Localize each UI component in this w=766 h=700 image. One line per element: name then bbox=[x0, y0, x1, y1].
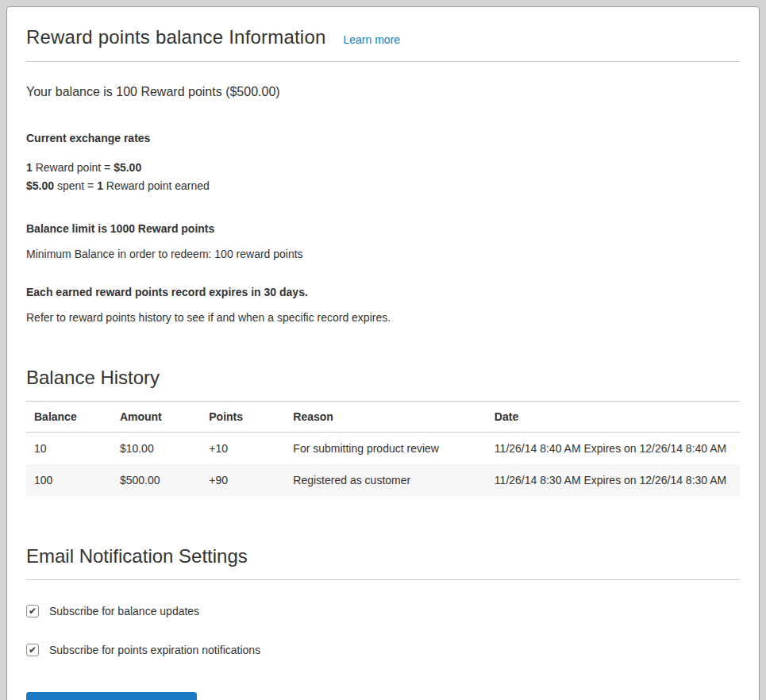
rate1-mid: Reward point = bbox=[33, 161, 114, 174]
email-notification-heading: Email Notification Settings bbox=[26, 545, 740, 580]
column-header-balance: Balance bbox=[26, 402, 112, 433]
learn-more-link[interactable]: Learn more bbox=[343, 33, 400, 46]
column-header-amount: Amount bbox=[112, 402, 201, 433]
cell-points: +10 bbox=[201, 433, 285, 465]
minimum-balance-text: Minimum Balance in order to redeem: 100 … bbox=[26, 248, 740, 260]
page-title: Reward points balance Information bbox=[26, 26, 325, 48]
cell-balance: 10 bbox=[26, 433, 112, 465]
points-expiration-label[interactable]: Subscribe for points expiration notifica… bbox=[49, 644, 260, 656]
cell-date: 11/26/14 8:40 AM Expires on 12/26/14 8:4… bbox=[487, 433, 740, 465]
page-header: Reward points balance Information Learn … bbox=[26, 18, 740, 62]
exchange-rates-text: 1 Reward point = $5.00 $5.00 spent = 1 R… bbox=[26, 159, 740, 195]
points-expiration-option: ✔ Subscribe for points expiration notifi… bbox=[26, 644, 740, 656]
expiry-note-text: Refer to reward points history to see if… bbox=[26, 311, 740, 324]
rate1-amount: $5.00 bbox=[114, 161, 141, 174]
column-header-date: Date bbox=[487, 402, 740, 433]
balance-updates-option: ✔ Subscribe for balance updates bbox=[26, 605, 740, 617]
cell-balance: 100 bbox=[26, 464, 112, 496]
rate2-end: Reward point earned bbox=[103, 179, 210, 192]
balance-history-table: Balance Amount Points Reason Date 10 $10… bbox=[26, 402, 740, 496]
column-header-points: Points bbox=[201, 402, 285, 433]
points-expiration-checkbox[interactable]: ✔ bbox=[26, 644, 39, 656]
cell-reason: For submitting product review bbox=[285, 433, 487, 465]
balance-updates-label[interactable]: Subscribe for balance updates bbox=[49, 605, 199, 617]
rate2-points: 1 bbox=[97, 179, 103, 192]
column-header-reason: Reason bbox=[285, 402, 487, 433]
table-row: 100 $500.00 +90 Registered as customer 1… bbox=[26, 464, 740, 496]
cell-amount: $500.00 bbox=[112, 464, 201, 496]
balance-limit-text: Balance limit is 1000 Reward points bbox=[26, 222, 740, 235]
table-row: 10 $10.00 +10 For submitting product rev… bbox=[26, 433, 740, 465]
cell-reason: Registered as customer bbox=[285, 464, 487, 496]
save-subscription-settings-button[interactable]: Save Subscription Settings bbox=[26, 692, 197, 700]
exchange-rates-heading: Current exchange rates bbox=[26, 132, 740, 144]
balance-history-section: Balance History Balance Amount Points Re… bbox=[26, 367, 740, 496]
rate-line2: $5.00 spent = 1 Reward point earned bbox=[26, 179, 210, 192]
balance-history-heading: Balance History bbox=[26, 367, 740, 402]
cell-date: 11/26/14 8:30 AM Expires on 12/26/14 8:3… bbox=[487, 464, 740, 496]
notification-options: ✔ Subscribe for balance updates ✔ Subscr… bbox=[26, 605, 740, 656]
cell-points: +90 bbox=[201, 464, 285, 496]
email-notification-section: Email Notification Settings ✔ Subscribe … bbox=[26, 545, 740, 700]
rate-line1: 1 Reward point = $5.00 bbox=[26, 161, 141, 174]
checkmark-icon: ✔ bbox=[29, 606, 37, 616]
expiry-text: Each earned reward points record expires… bbox=[26, 286, 740, 298]
balance-updates-checkbox[interactable]: ✔ bbox=[26, 605, 39, 617]
rate2-amount: $5.00 bbox=[26, 179, 54, 192]
table-header-row: Balance Amount Points Reason Date bbox=[26, 402, 740, 433]
rate1-points: 1 bbox=[26, 161, 33, 174]
cell-amount: $10.00 bbox=[112, 433, 201, 465]
checkmark-icon: ✔ bbox=[29, 645, 37, 655]
reward-points-card: Reward points balance Information Learn … bbox=[6, 6, 760, 700]
balance-summary: Your balance is 100 Reward points ($500.… bbox=[26, 85, 740, 99]
rate2-mid: spent = bbox=[54, 179, 97, 192]
